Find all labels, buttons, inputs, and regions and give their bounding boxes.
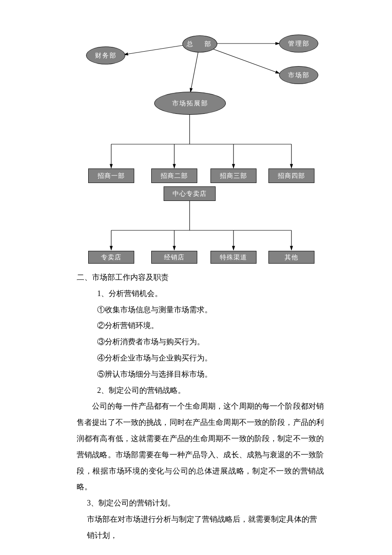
section-heading: 二、市场部工作内容及职责: [77, 270, 324, 286]
svg-line-3: [190, 52, 198, 92]
node-zs1: 招商一部: [88, 169, 134, 183]
item-3: 3、制定公司的营销计划。: [87, 495, 324, 511]
item-1-2: ②分析营销环境。: [97, 318, 324, 334]
node-mgmt: 管理部: [279, 35, 318, 52]
item-1-3: ③分析消费者市场与购买行为。: [97, 334, 324, 350]
item-1: 1、分析营销机会。: [97, 286, 324, 302]
body-text: 二、市场部工作内容及职责 1、分析营销机会。 ①收集市场信息与测量市场需求。 ②…: [77, 270, 324, 544]
item-1-4: ④分析企业市场与企业购买行为。: [97, 350, 324, 366]
node-finance: 财务部: [86, 46, 125, 64]
item-1-5: ⑤辨认市场细分与选择目标市场。: [97, 366, 324, 383]
svg-line-2: [213, 49, 280, 73]
paragraph-3: 市场部在对市场进行分析与制定了营销战略后，就需要制定具体的营销计划，: [87, 511, 324, 544]
node-market: 市场部: [279, 66, 318, 84]
item-1-1: ①收集市场信息与测量市场需求。: [97, 302, 324, 318]
node-zs4: 招商四部: [268, 169, 314, 183]
paragraph-2: 公司的每一件产品都有一个生命周期，这个周期的每一个阶段都对销售者提出了不一致的挑…: [77, 398, 324, 495]
svg-line-0: [124, 45, 184, 55]
node-center-store: 中心专卖店: [164, 186, 216, 201]
node-expand: 市场拓展部: [154, 92, 226, 115]
node-hq: 总 部: [182, 35, 217, 52]
node-shop: 专卖店: [88, 251, 134, 264]
node-special: 特殊渠道: [210, 251, 257, 264]
node-zs3: 招商三部: [210, 169, 257, 183]
org-chart-diagram: 总 部 财务部 管理部 市场部 市场拓展部 招商一部 招商二部 招商三部 招商四…: [0, 0, 392, 269]
item-2: 2、制定公司的营销战略。: [97, 383, 324, 399]
node-other: 其他: [268, 251, 314, 264]
node-zs2: 招商二部: [151, 169, 197, 183]
node-dealer: 经销店: [151, 251, 197, 264]
